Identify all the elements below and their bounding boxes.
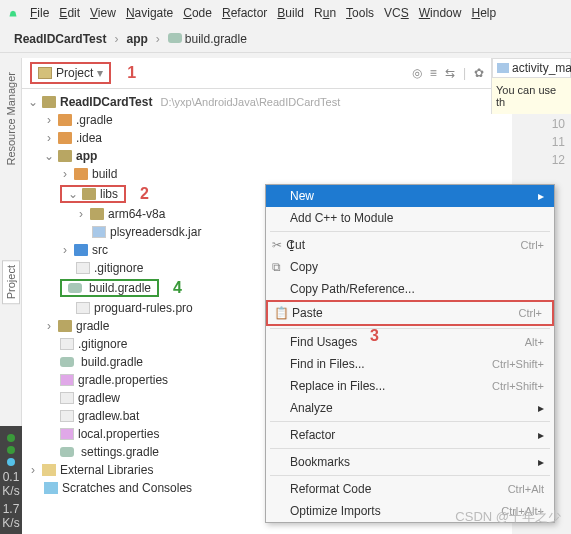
scratches-icon xyxy=(44,482,58,494)
menu-build[interactable]: Build xyxy=(273,4,308,22)
gear-icon[interactable]: ✿ xyxy=(474,66,484,80)
tree-item[interactable]: ›build xyxy=(22,165,512,183)
folder-icon xyxy=(58,114,72,126)
menu-reformat[interactable]: Reformat CodeCtrl+Alt xyxy=(266,478,554,500)
menu-copy[interactable]: ⧉Copy xyxy=(266,256,554,278)
breadcrumb-project[interactable]: ReadIDCardTest xyxy=(10,30,110,48)
menu-analyze[interactable]: Analyze▸ xyxy=(266,397,554,419)
menu-refactor[interactable]: Refactor▸ xyxy=(266,424,554,446)
menu-edit[interactable]: Edit xyxy=(55,4,84,22)
submenu-arrow-icon: ▸ xyxy=(538,189,544,203)
project-toolbar: Project ▾ 1 ◎ ≡ ⇆ | ✿ — xyxy=(22,58,512,89)
menu-view[interactable]: View xyxy=(86,4,120,22)
folder-icon xyxy=(82,188,96,200)
editor-hint: You can use th xyxy=(492,78,571,114)
twisty-open-icon[interactable]: ⌄ xyxy=(68,187,78,201)
menu-bar: File Edit View Navigate Code Refactor Bu… xyxy=(0,0,571,26)
submenu-arrow-icon: ▸ xyxy=(538,455,544,469)
editor-tab[interactable]: activity_ma xyxy=(492,58,571,78)
twisty-closed-icon[interactable]: › xyxy=(60,243,70,257)
menu-replace-in-files[interactable]: Replace in Files...Ctrl+Shift+ xyxy=(266,375,554,397)
submenu-arrow-icon: ▸ xyxy=(538,428,544,442)
twisty-closed-icon[interactable]: › xyxy=(60,167,70,181)
annotation-3: 3 xyxy=(370,327,379,345)
file-icon xyxy=(76,262,90,274)
separator xyxy=(270,448,550,449)
twisty-closed-icon[interactable]: › xyxy=(76,207,86,221)
menu-run[interactable]: Run xyxy=(310,4,340,22)
breadcrumb: ReadIDCardTest › app › build.gradle xyxy=(0,26,571,53)
context-menu: New▸ Add C++ to Module ✂tCutCtrl+ ⧉Copy … xyxy=(265,184,555,523)
separator xyxy=(270,328,550,329)
menu-add-cpp[interactable]: Add C++ to Module xyxy=(266,207,554,229)
xml-icon xyxy=(497,63,509,73)
scissors-icon: ✂ xyxy=(272,238,286,252)
folder-icon xyxy=(74,244,88,256)
annotation-2: 2 xyxy=(140,185,149,203)
paste-icon: 📋 xyxy=(274,306,288,320)
menu-vcs[interactable]: VCS xyxy=(380,4,413,22)
gradle-icon xyxy=(68,283,82,293)
menu-tools[interactable]: Tools xyxy=(342,4,378,22)
divider: | xyxy=(463,66,466,80)
menu-paste[interactable]: 📋PasteCtrl+ xyxy=(266,300,554,326)
file-icon xyxy=(76,302,90,314)
folder-icon xyxy=(58,150,72,162)
jar-icon xyxy=(92,226,106,238)
props-icon xyxy=(60,428,74,440)
menu-window[interactable]: Window xyxy=(415,4,466,22)
chevron-right-icon: › xyxy=(156,32,160,46)
breadcrumb-file[interactable]: build.gradle xyxy=(164,30,251,48)
submenu-arrow-icon: ▸ xyxy=(538,401,544,415)
menu-help[interactable]: Help xyxy=(467,4,500,22)
annotation-4: 4 xyxy=(173,279,182,297)
gradle-icon xyxy=(60,447,74,457)
twisty-closed-icon[interactable]: › xyxy=(28,463,38,477)
menu-find-in-files[interactable]: Find in Files...Ctrl+Shift+ xyxy=(266,353,554,375)
menu-code[interactable]: Code xyxy=(179,4,216,22)
menu-navigate[interactable]: Navigate xyxy=(122,4,177,22)
twisty-open-icon[interactable]: ⌄ xyxy=(28,95,38,109)
file-icon xyxy=(60,392,74,404)
folder-icon xyxy=(58,132,72,144)
folder-icon xyxy=(74,168,88,180)
project-view-selector[interactable]: Project ▾ xyxy=(30,62,111,84)
separator xyxy=(270,231,550,232)
tree-root[interactable]: ⌄ReadIDCardTestD:\yxp\AndroidJava\ReadID… xyxy=(22,93,512,111)
tree-item-app[interactable]: ⌄app xyxy=(22,147,512,165)
twisty-closed-icon[interactable]: › xyxy=(44,113,54,127)
file-icon xyxy=(60,338,74,350)
tree-item[interactable]: ›.idea xyxy=(22,129,512,147)
editor-gutter: 101112 xyxy=(536,115,571,169)
separator xyxy=(270,475,550,476)
annotation-1: 1 xyxy=(127,64,136,82)
menu-copy-path[interactable]: Copy Path/Reference... xyxy=(266,278,554,300)
twisty-closed-icon[interactable]: › xyxy=(44,319,54,333)
menu-bookmarks[interactable]: Bookmarks▸ xyxy=(266,451,554,473)
watermark: CSDN @十年之少 xyxy=(455,508,561,526)
copy-icon: ⧉ xyxy=(272,260,286,274)
menu-find-usages[interactable]: Find UsagesAlt+ xyxy=(266,331,554,353)
menu-new[interactable]: New▸ xyxy=(266,185,554,207)
gradle-icon xyxy=(168,33,182,43)
menu-file[interactable]: File xyxy=(26,4,53,22)
tab-project[interactable]: Project xyxy=(2,260,20,304)
twisty-closed-icon[interactable]: › xyxy=(44,131,54,145)
chevron-down-icon: ▾ xyxy=(97,66,103,80)
tab-resource-manager[interactable]: Resource Manager xyxy=(3,68,19,170)
menu-cut[interactable]: ✂tCutCtrl+ xyxy=(266,234,554,256)
menu-refactor[interactable]: Refactor xyxy=(218,4,271,22)
target-icon[interactable]: ◎ xyxy=(412,66,422,80)
expand-icon[interactable]: ≡ xyxy=(430,66,437,80)
separator xyxy=(270,421,550,422)
breadcrumb-module[interactable]: app xyxy=(122,30,151,48)
editor-pane: activity_ma You can use th xyxy=(491,58,571,114)
chevron-right-icon: › xyxy=(114,32,118,46)
collapse-icon[interactable]: ⇆ xyxy=(445,66,455,80)
tree-item[interactable]: ›.gradle xyxy=(22,111,512,129)
file-icon xyxy=(60,410,74,422)
twisty-open-icon[interactable]: ⌄ xyxy=(44,149,54,163)
box-icon xyxy=(38,67,52,79)
folder-icon xyxy=(58,320,72,332)
app-logo-icon xyxy=(6,6,20,20)
